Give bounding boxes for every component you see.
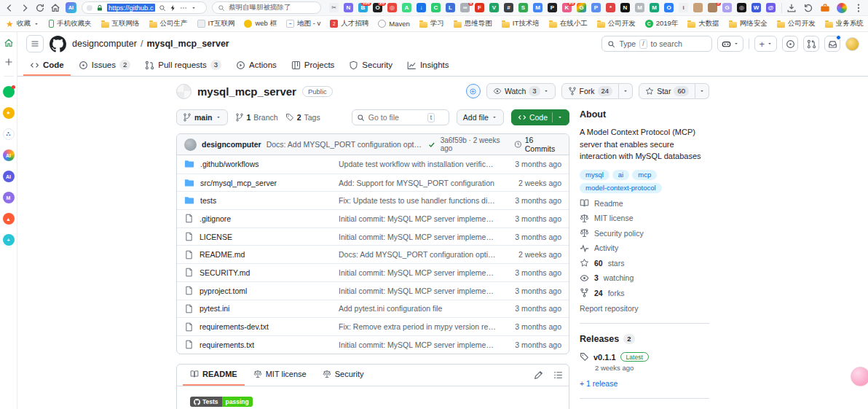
extension-icon[interactable]: P xyxy=(591,3,601,12)
ai-assistant-logo[interactable]: AI xyxy=(66,2,76,13)
file-name-link[interactable]: requirements-dev.txt xyxy=(200,322,269,331)
bookmark-item[interactable]: 手机收藏夹 xyxy=(49,19,92,28)
topic-tag[interactable]: model-context-protocol xyxy=(580,183,662,193)
forks-link[interactable]: 24forks xyxy=(580,288,709,297)
watch-button[interactable]: Watch 3 xyxy=(486,83,556,99)
extension-icon[interactable]: ∞ 6 xyxy=(460,3,470,12)
bookmark-item[interactable]: ★ 收藏 xyxy=(6,19,39,28)
circular-action-button[interactable] xyxy=(466,84,481,98)
tab-actions[interactable]: Actions xyxy=(229,55,283,76)
extension-icon[interactable]: O xyxy=(664,3,674,12)
bookmark-item[interactable]: 公司开发 xyxy=(777,19,816,28)
github-logo[interactable] xyxy=(50,36,66,52)
bookmark-item[interactable]: 2 人才招聘 xyxy=(330,19,368,28)
file-name-link[interactable]: .github/workflows xyxy=(200,160,259,168)
commit-author[interactable]: designcomputer xyxy=(202,140,261,149)
extension-icon[interactable]: S xyxy=(518,3,528,12)
extension-icon[interactable]: * xyxy=(606,3,615,12)
forward-icon[interactable] xyxy=(20,3,30,13)
pull-requests-button[interactable] xyxy=(803,36,819,52)
releases-title[interactable]: Releases xyxy=(580,334,619,344)
url-text[interactable]: https://github.c xyxy=(107,4,155,12)
extension-icon[interactable]: ◎ xyxy=(387,3,397,12)
file-name-link[interactable]: README.md xyxy=(200,250,245,259)
breadcrumb-owner[interactable]: designcomputer xyxy=(72,39,137,49)
extension-icon[interactable]: ◎ xyxy=(737,3,746,12)
extension-icon[interactable]: O 20 xyxy=(373,3,382,12)
new-tab-icon[interactable] xyxy=(4,58,13,66)
undo-icon[interactable] xyxy=(803,3,813,13)
fork-dropdown[interactable] xyxy=(619,83,633,99)
check-icon[interactable] xyxy=(428,141,435,149)
file-commit-message[interactable]: Initial commit: MySQL MCP server impleme… xyxy=(339,233,503,241)
more-icon[interactable] xyxy=(180,4,187,12)
create-new-button[interactable]: + xyxy=(754,36,777,52)
file-commit-message[interactable]: Fix: Remove extra period in mypy version… xyxy=(339,322,503,331)
branches-link[interactable]: 1Branch xyxy=(235,113,278,122)
chevron-down-icon[interactable] xyxy=(191,5,197,11)
tab-mit-license[interactable]: MIT license xyxy=(246,365,314,386)
rail-app-icon[interactable]: ∴ xyxy=(3,128,15,140)
bookmark-item[interactable]: 互联网络 xyxy=(101,19,140,28)
bookmark-item[interactable]: 业务系统 xyxy=(825,19,864,28)
security-policy-link[interactable]: Security policy xyxy=(580,228,709,238)
user-avatar[interactable] xyxy=(845,37,859,51)
bookmark-item[interactable]: ~ 地图 - v xyxy=(286,19,320,28)
tab-security[interactable]: Security xyxy=(315,365,371,386)
topic-tag[interactable]: mcp xyxy=(632,170,657,180)
breadcrumb-repo[interactable]: mysql_mcp_server xyxy=(146,39,229,49)
file-commit-message[interactable]: Initial commit: MySQL MCP server impleme… xyxy=(339,214,503,223)
branch-selector[interactable]: main xyxy=(176,109,228,125)
tab-pull-requests[interactable]: Pull requests 3 xyxy=(138,55,228,76)
hot-search-box[interactable]: 蔡明自曝胆被摘除了 xyxy=(212,1,321,14)
commit-author-avatar[interactable] xyxy=(184,139,197,151)
file-commit-message[interactable]: Fix: Update tests to use handler functio… xyxy=(339,196,503,205)
extension-icon[interactable]: M xyxy=(650,3,659,12)
rail-app-icon[interactable]: ★ xyxy=(3,107,15,119)
inbox-button[interactable] xyxy=(824,36,840,52)
bookmark-item[interactable]: web 框 xyxy=(244,19,277,28)
kebab-menu-icon[interactable] xyxy=(853,3,864,13)
hamburger-menu-button[interactable] xyxy=(26,35,44,52)
extension-icon[interactable]: F xyxy=(475,3,484,12)
star-button[interactable]: Star 60 xyxy=(639,83,695,99)
bookmark-item[interactable]: 大数据 xyxy=(687,19,719,28)
tab-security[interactable]: Security xyxy=(342,55,399,76)
tab-insights[interactable]: Insights xyxy=(401,55,456,76)
back-icon[interactable] xyxy=(4,3,15,13)
extension-icon[interactable]: A xyxy=(402,3,411,12)
rail-app-icon[interactable]: M xyxy=(3,192,15,203)
watching-link[interactable]: 3watching xyxy=(580,273,709,283)
file-name-link[interactable]: pytest.ini xyxy=(200,304,229,313)
rail-app-icon[interactable]: ▲ xyxy=(3,213,15,225)
extension-icon[interactable]: G xyxy=(577,3,586,12)
extension-icon[interactable]: i xyxy=(679,3,688,12)
search-icon[interactable] xyxy=(159,4,166,12)
home-icon[interactable] xyxy=(50,3,60,13)
file-name-link[interactable]: SECURITY.md xyxy=(200,268,250,277)
extension-icon[interactable]: # xyxy=(504,3,513,12)
file-name-link[interactable]: pyproject.toml xyxy=(200,287,247,295)
briefcase-icon[interactable] xyxy=(820,3,830,13)
extension-icon[interactable]: W xyxy=(751,3,761,12)
bookmark-item[interactable]: 公司开发 xyxy=(597,19,636,28)
more-releases-link[interactable]: + 1 release xyxy=(580,379,709,388)
issues-button[interactable] xyxy=(782,36,798,52)
code-button[interactable]: Code xyxy=(511,109,569,125)
file-commit-message[interactable]: Initial commit: MySQL MCP server impleme… xyxy=(339,268,503,277)
file-commit-message[interactable]: Add pytest.ini configuration file xyxy=(339,304,503,313)
tab-projects[interactable]: Projects xyxy=(285,55,342,76)
star-dropdown[interactable] xyxy=(695,83,709,99)
add-file-button[interactable]: Add file xyxy=(457,109,504,125)
report-repository-link[interactable]: Report repository xyxy=(580,304,709,313)
extension-icon[interactable]: V xyxy=(489,3,499,12)
address-bar[interactable]: https://github.c xyxy=(82,1,207,14)
pencil-icon[interactable] xyxy=(534,370,543,380)
topic-tag[interactable]: ai xyxy=(612,170,629,180)
rail-app-icon[interactable]: AI xyxy=(3,171,15,182)
reload-icon[interactable] xyxy=(35,3,45,13)
file-commit-message[interactable]: Update test workflow with installation v… xyxy=(339,160,503,168)
extension-icon[interactable]: L xyxy=(446,3,455,12)
extension-icon[interactable]: M xyxy=(533,3,542,12)
home-icon[interactable] xyxy=(4,38,14,48)
